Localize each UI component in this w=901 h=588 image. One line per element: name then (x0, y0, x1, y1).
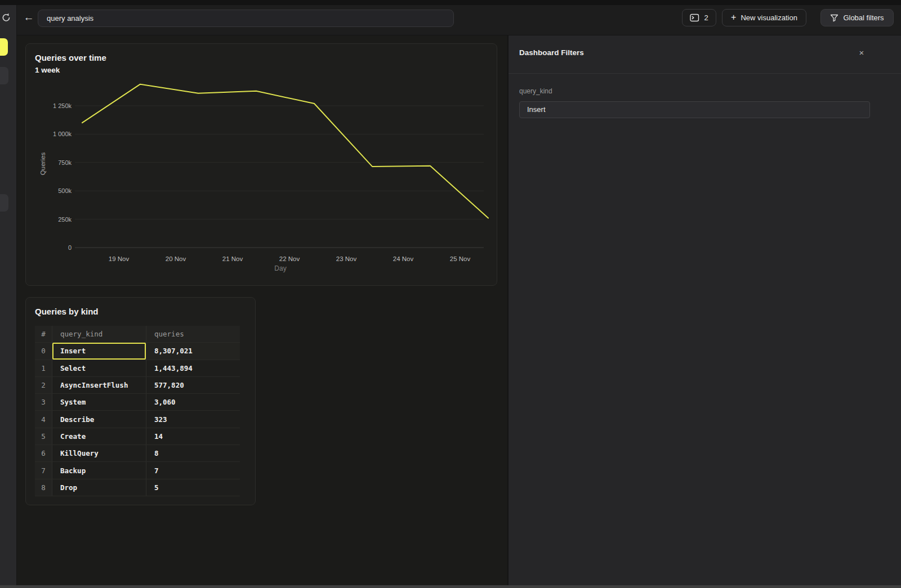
header-index[interactable]: # (35, 326, 52, 342)
panel-header: Dashboard Filters × (509, 35, 901, 74)
x-tick-label: 22 Nov (279, 255, 300, 262)
query-kind-cell[interactable]: Describe (52, 411, 146, 427)
table-row: 3System3,060 (35, 394, 240, 411)
funnel-icon (830, 14, 838, 22)
table-row: 1Select1,443,894 (35, 360, 240, 377)
table-row: 7Backup7 (35, 462, 240, 479)
dashboard-canvas: Queries over time 1 week 0250k500k750k1 … (17, 35, 507, 585)
plus-icon: + (731, 12, 736, 23)
queries-by-kind-card[interactable]: Queries by kind # query_kind queries 0In… (25, 297, 256, 505)
queries-line-chart[interactable]: 0250k500k750k1 000k1 250k19 Nov20 Nov21 … (34, 74, 490, 277)
dashboard-filters-panel: Dashboard Filters × query_kind Insert (509, 35, 901, 585)
queries-line[interactable] (82, 84, 488, 218)
queries-value-cell[interactable]: 7 (146, 462, 240, 478)
queries-value-cell[interactable]: 5 (146, 479, 240, 496)
y-tick-label: 750k (58, 159, 72, 166)
row-index-cell: 8 (35, 479, 52, 496)
row-index-cell: 1 (35, 360, 52, 376)
top-bar: ← 2 + New visualization Global filters (17, 5, 901, 35)
reload-icon[interactable] (1, 12, 11, 23)
table-header-row: # query_kind queries (35, 326, 240, 343)
x-tick-label: 23 Nov (336, 255, 357, 262)
query-kind-cell[interactable]: System (52, 394, 146, 410)
global-filters-label: Global filters (843, 14, 884, 22)
query-kind-filter-select[interactable]: Insert (519, 101, 870, 118)
query-kind-cell[interactable]: Select (52, 360, 146, 376)
row-index-cell: 0 (35, 343, 52, 359)
back-button[interactable]: ← (21, 10, 36, 25)
console-button[interactable]: 2 (682, 9, 716, 26)
x-axis-title: Day (274, 264, 286, 272)
sidebar-item[interactable] (0, 194, 8, 212)
queries-value-cell[interactable]: 1,443,894 (146, 360, 240, 376)
query-kind-cell[interactable]: Backup (52, 462, 146, 478)
table-title: Queries by kind (35, 307, 99, 316)
table-row: 4Describe323 (35, 411, 240, 428)
x-tick-label: 21 Nov (222, 255, 243, 262)
table-row: 6KillQuery8 (35, 445, 240, 462)
row-index-cell: 5 (35, 428, 52, 445)
queries-value-cell[interactable]: 8 (146, 445, 240, 461)
queries-value-cell[interactable]: 577,820 (146, 377, 240, 393)
query-kind-cell[interactable]: Create (52, 428, 146, 445)
x-tick-label: 25 Nov (450, 255, 471, 262)
filter-field-label: query_kind (519, 87, 552, 95)
close-icon[interactable]: × (856, 47, 867, 59)
y-tick-label: 1 250k (53, 102, 72, 109)
table-row: 5Create14 (35, 428, 240, 445)
y-tick-label: 250k (58, 216, 72, 223)
y-tick-label: 500k (58, 187, 72, 194)
row-index-cell: 4 (35, 411, 52, 427)
left-sidebar (0, 5, 17, 585)
query-kind-cell[interactable]: Drop (52, 479, 146, 496)
x-tick-label: 20 Nov (166, 255, 186, 262)
queries-value-cell[interactable]: 3,060 (146, 394, 240, 410)
header-queries[interactable]: queries (146, 326, 240, 342)
window-bottom-edge (0, 585, 901, 588)
table-row: 8Drop5 (35, 479, 240, 496)
queries-value-cell[interactable]: 8,307,021 (146, 343, 240, 359)
dashboard-title-input[interactable] (38, 10, 454, 27)
console-count: 2 (704, 14, 708, 22)
results-table: # query_kind queries 0Insert8,307,0211Se… (35, 326, 240, 496)
x-tick-label: 19 Nov (109, 255, 130, 262)
queries-value-cell[interactable]: 323 (146, 411, 240, 427)
table-body: 0Insert8,307,0211Select1,443,8942AsyncIn… (35, 343, 240, 496)
header-query-kind[interactable]: query_kind (52, 326, 146, 342)
row-index-cell: 3 (35, 394, 52, 410)
row-index-cell: 2 (35, 377, 52, 393)
table-row: 0Insert8,307,021 (35, 343, 240, 360)
row-index-cell: 7 (35, 462, 52, 478)
panel-title: Dashboard Filters (519, 48, 584, 57)
x-tick-label: 24 Nov (393, 255, 414, 262)
global-filters-button[interactable]: Global filters (820, 9, 894, 26)
chart-title: Queries over time (35, 53, 106, 62)
queries-over-time-card[interactable]: Queries over time 1 week 0250k500k750k1 … (25, 43, 497, 286)
table-row: 2AsyncInsertFlush577,820 (35, 377, 240, 394)
chart-subtitle: 1 week (35, 66, 60, 74)
y-tick-label: 1 000k (53, 131, 72, 137)
row-index-cell: 6 (35, 445, 52, 461)
new-visualization-label: New visualization (741, 14, 797, 22)
sidebar-item[interactable] (0, 67, 8, 84)
queries-value-cell[interactable]: 14 (146, 428, 240, 445)
query-kind-cell[interactable]: AsyncInsertFlush (52, 377, 146, 393)
query-kind-cell[interactable]: KillQuery (52, 445, 146, 461)
sidebar-item-active[interactable] (0, 38, 8, 56)
new-visualization-button[interactable]: + New visualization (722, 9, 806, 26)
query-kind-cell[interactable]: Insert (52, 343, 146, 359)
y-tick-label: 0 (68, 244, 72, 251)
y-axis-title: Queries (39, 152, 46, 176)
console-icon (690, 14, 699, 22)
